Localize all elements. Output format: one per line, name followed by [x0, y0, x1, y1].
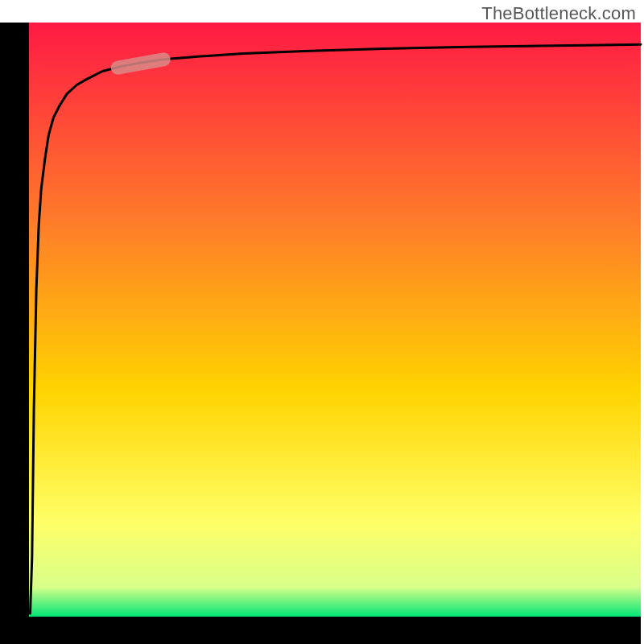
watermark-text: TheBottleneck.com	[481, 3, 636, 24]
plot-area	[29, 23, 641, 617]
frame-left	[0, 23, 29, 644]
chart-svg	[0, 0, 644, 644]
curve-highlight	[118, 60, 163, 68]
chart-stage: TheBottleneck.com	[0, 0, 644, 644]
frame-bottom	[0, 617, 641, 644]
